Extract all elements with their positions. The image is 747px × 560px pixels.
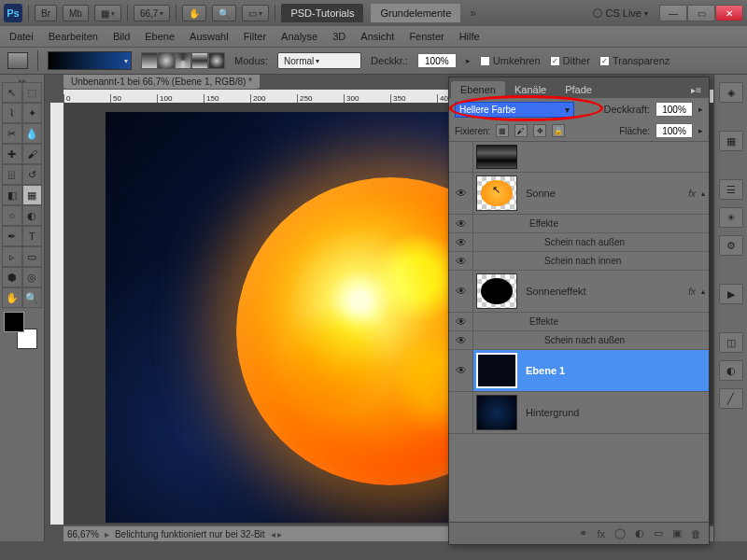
crop-tool[interactable]: ✂: [2, 123, 22, 144]
properties-panel-icon[interactable]: ⚙: [719, 235, 743, 256]
menu-filter[interactable]: Filter: [244, 31, 266, 42]
bridge-button[interactable]: Br: [35, 5, 57, 21]
layer-group-icon[interactable]: ▭: [654, 527, 663, 539]
umkehren-checkbox[interactable]: [480, 56, 490, 66]
healing-tool[interactable]: ✚: [2, 144, 22, 164]
menu-analyse[interactable]: Analyse: [281, 31, 317, 42]
swatches-panel-icon[interactable]: ◈: [719, 82, 743, 103]
layer-row-sonne[interactable]: 👁 ↖ Sonne fx▴: [449, 173, 709, 215]
layer-name[interactable]: Sonneneffekt: [520, 286, 688, 297]
menu-ebene[interactable]: Ebene: [145, 31, 175, 42]
lock-transparency-button[interactable]: ▦: [496, 124, 509, 137]
arrange-button[interactable]: ▭: [242, 5, 269, 21]
workspace-more-icon[interactable]: »: [470, 7, 476, 20]
menu-ansicht[interactable]: Ansicht: [360, 31, 394, 42]
zoom-dropdown[interactable]: 66,7: [134, 5, 170, 21]
color-swatches[interactable]: [2, 312, 39, 349]
navigator-panel-icon[interactable]: ▦: [719, 131, 743, 151]
hand-tool[interactable]: ✋: [2, 287, 22, 308]
stamp-tool[interactable]: ⌹: [2, 164, 22, 185]
foreground-color-swatch[interactable]: [4, 312, 24, 332]
layer-effects-header[interactable]: 👁Effekte: [449, 215, 709, 233]
workspace-tab-grundelemente[interactable]: Grundelemente: [371, 4, 460, 22]
zoom-tool-button[interactable]: 🔍: [212, 5, 236, 21]
blend-mode-dropdown[interactable]: Hellere Farbe▾: [455, 102, 574, 118]
delete-layer-icon[interactable]: 🗑: [691, 528, 701, 539]
layer-mask-icon[interactable]: ◯: [614, 527, 626, 539]
type-tool[interactable]: T: [22, 226, 43, 246]
gradient-reflected-button[interactable]: [191, 52, 208, 69]
layer-fx-badge[interactable]: fx: [688, 287, 696, 297]
menu-bild[interactable]: Bild: [113, 31, 130, 42]
tab-ebenen[interactable]: Ebenen: [451, 81, 505, 98]
menu-3d[interactable]: 3D: [332, 31, 345, 42]
maximize-button[interactable]: ▭: [687, 5, 715, 21]
path-select-tool[interactable]: ▹: [2, 246, 22, 267]
gradient-diamond-button[interactable]: [208, 52, 225, 69]
modus-dropdown[interactable]: Normal: [277, 52, 361, 69]
layer-name[interactable]: Hintergrund: [520, 407, 709, 418]
lock-position-button[interactable]: ✥: [533, 124, 546, 137]
layer-row-ebene1[interactable]: 👁 Ebene 1: [449, 350, 709, 392]
eyedropper-tool[interactable]: 💧: [22, 123, 43, 144]
dither-checkbox[interactable]: ✓: [550, 56, 560, 66]
dodge-tool[interactable]: ◐: [22, 205, 43, 226]
layer-fx-badge[interactable]: fx: [688, 189, 696, 199]
layer-effect-inner-glow[interactable]: 👁Schein nach innen: [449, 252, 709, 271]
shape-tool[interactable]: ▭: [22, 246, 43, 267]
gradient-tool[interactable]: ▦: [22, 185, 43, 205]
layer-row[interactable]: [449, 142, 709, 173]
layers-panel-icon[interactable]: ◫: [719, 332, 743, 353]
gradient-tool-icon[interactable]: [7, 52, 28, 69]
adjustments-panel-icon[interactable]: ☀: [719, 207, 743, 228]
lasso-tool[interactable]: ⌇: [2, 103, 22, 123]
menu-hilfe[interactable]: Hilfe: [459, 31, 480, 42]
transparenz-checkbox[interactable]: ✓: [599, 56, 610, 66]
adjustment-layer-icon[interactable]: ◐: [635, 527, 644, 539]
visibility-toggle-icon[interactable]: 👁: [456, 187, 467, 200]
layer-row-hintergrund[interactable]: Hintergrund: [449, 392, 709, 434]
gradient-angle-button[interactable]: [175, 52, 191, 69]
visibility-toggle-icon[interactable]: 👁: [456, 364, 467, 377]
layer-style-icon[interactable]: fx: [597, 528, 605, 539]
panel-menu-icon[interactable]: ▸≡: [684, 82, 709, 98]
menu-fenster[interactable]: Fenster: [409, 31, 444, 42]
minibridge-button[interactable]: Mb: [63, 5, 89, 21]
flaeche-input[interactable]: [655, 123, 693, 138]
lock-all-button[interactable]: 🔒: [552, 124, 565, 137]
hand-tool-button[interactable]: ✋: [182, 5, 206, 21]
gradient-linear-button[interactable]: [141, 52, 158, 69]
deckkraft-input[interactable]: [655, 102, 693, 117]
link-layers-icon[interactable]: ⚭: [579, 527, 587, 539]
menu-bearbeiten[interactable]: Bearbeiten: [49, 31, 98, 42]
paths-panel-icon[interactable]: ╱: [719, 388, 743, 409]
channels-panel-icon[interactable]: ◐: [719, 360, 743, 381]
actions-panel-icon[interactable]: ▶: [719, 284, 743, 304]
marquee-tool[interactable]: ⬚: [22, 82, 43, 103]
history-panel-icon[interactable]: ☰: [719, 179, 743, 200]
gradient-radial-button[interactable]: [158, 52, 175, 69]
3d-camera-tool[interactable]: ◎: [22, 267, 43, 287]
layer-effect-outer-glow[interactable]: 👁Schein nach außen: [449, 331, 709, 350]
magic-wand-tool[interactable]: ✦: [22, 103, 43, 123]
layer-name[interactable]: Sonne: [520, 188, 688, 199]
pen-tool[interactable]: ✒: [2, 226, 22, 246]
screen-mode-button[interactable]: ▦: [94, 5, 121, 21]
history-brush-tool[interactable]: ↺: [22, 164, 43, 185]
document-tab[interactable]: Unbenannt-1 bei 66,7% (Ebene 1, RGB/8) *: [63, 75, 260, 89]
tab-kanaele[interactable]: Kanäle: [505, 81, 556, 98]
workspace-tab-psd-tutorials[interactable]: PSD-Tutorials: [281, 4, 363, 22]
new-layer-icon[interactable]: ▣: [672, 527, 682, 539]
eraser-tool[interactable]: ◧: [2, 185, 22, 205]
menu-auswahl[interactable]: Auswahl: [190, 31, 229, 42]
move-tool[interactable]: ↖: [2, 82, 22, 103]
blur-tool[interactable]: ○: [2, 205, 22, 226]
brush-tool[interactable]: 🖌: [22, 144, 43, 164]
cs-live-button[interactable]: CS Live ▾: [593, 7, 648, 19]
lock-paint-button[interactable]: 🖌: [514, 124, 528, 137]
3d-tool[interactable]: ⬢: [2, 267, 22, 287]
layer-effects-header[interactable]: 👁Effekte: [449, 313, 709, 331]
deckkr-input[interactable]: [417, 53, 457, 68]
zoom-status[interactable]: 66,67%: [67, 529, 99, 539]
layer-row-sonneneffekt[interactable]: 👁 Sonneneffekt fx▴: [449, 271, 709, 313]
